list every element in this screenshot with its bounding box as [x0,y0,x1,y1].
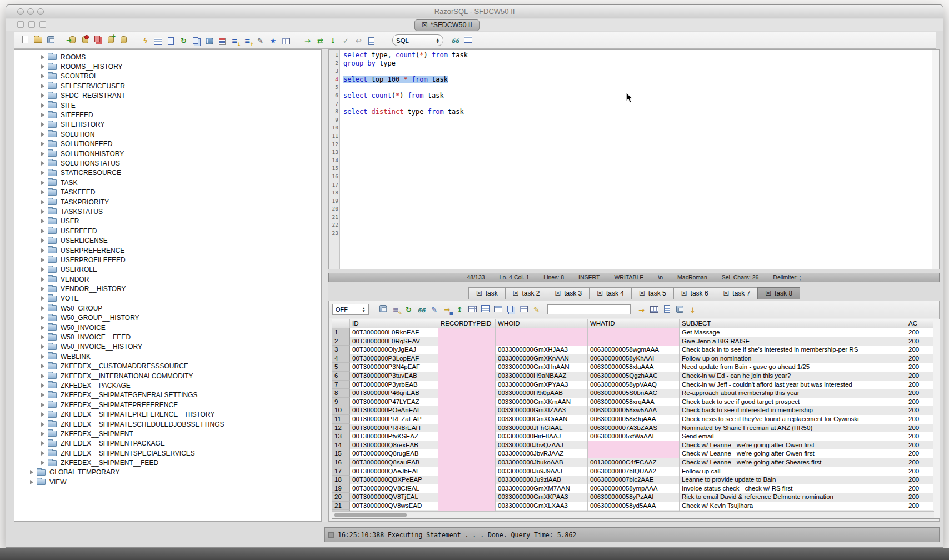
panel-icon[interactable] [493,304,503,314]
cell-whatid[interactable]: 00630000005S0bnAAC [588,389,680,398]
expand-triangle-icon[interactable] [41,238,44,243]
cell-ac[interactable]: 200 [906,424,934,433]
cell-id[interactable]: 00T3000000Q8rexEAB [350,441,438,450]
tree-item-sfdc-registrant[interactable]: SFDC_REGISTRANT [14,91,321,101]
expand-triangle-icon[interactable] [41,55,44,59]
tree-item-solutionstatus[interactable]: SOLUTIONSTATUS [14,158,321,168]
cell-subject[interactable]: Check w/ Leanne - we're going after Owen… [680,441,906,450]
cell-whoid[interactable]: 0033000000GmXKPAA3 [496,493,588,502]
tree-item-staticresource[interactable]: STATICRESOURCE [14,168,321,178]
cell-ac[interactable]: 200 [906,476,934,484]
tree-item-scontrol[interactable]: SCONTROL [14,72,321,81]
cell-subject[interactable]: Check back to see if interested in membe… [680,406,906,415]
tree-item-zkfedex-shipmatescheduledjobssettings[interactable]: ZKFEDEX__SHIPMATESCHEDULEDJOBSSETTINGS [14,419,321,429]
save-icon[interactable] [46,34,56,44]
cell-subject[interactable]: Check back in to see if she's interested… [680,346,906,354]
tree-item-w50-invoice[interactable]: W50_INVOICE [14,323,321,332]
tree-item-userpreference[interactable]: USERPREFERENCE [14,246,321,255]
expand-triangle-icon[interactable] [41,171,44,175]
cell-rtid[interactable] [438,363,496,372]
options-list-icon[interactable] [480,303,491,313]
cell-whoid[interactable]: 0033000000JbvQzAAJ [496,441,588,450]
cell-id[interactable]: 00T3000000QV8TjEAL [350,493,438,502]
tree-item-zkfedex-shipment-feed[interactable]: ZKFEDEX__SHIPMENT__FEED [14,458,321,467]
cell-num[interactable]: 12 [332,424,350,433]
cell-id[interactable]: 00T3000000PREZaEAP [350,415,438,424]
expand-triangle-icon[interactable] [41,422,44,427]
cell-subject[interactable]: Check w/ Leanne - we're going after Owen… [680,449,906,458]
expand-triangle-icon[interactable] [41,219,44,223]
expand-triangle-icon[interactable] [41,287,44,291]
cell-subject[interactable]: Re-approach about membership this year [680,389,906,398]
cell-num[interactable]: 1 [332,328,350,337]
tree-item-taskstatus[interactable]: TASKSTATUS [14,207,321,216]
cell-whatid[interactable]: 006300000058xrqAAA [588,398,680,407]
cell-subject[interactable]: Check w/ Kevin Tsujihara [680,502,906,511]
cell-rtid[interactable] [438,432,496,441]
grid-row-12[interactable]: 1200T3000000PRR8rEAH0033000000JFhGlAAL00… [332,424,934,433]
cell-id[interactable]: 00T3000000Q8sauEAB [350,458,438,467]
go-forward-icon[interactable]: → [302,36,313,46]
grid-row-17[interactable]: 1700T3000000QAeJbEAL0033000000Ju9J9AAJ00… [332,467,934,476]
tree-item-zkfedex-shipmentspecialservices[interactable]: ZKFEDEX__SHIPMENTSPECIALSERVICES [14,448,321,458]
cell-ac[interactable]: 200 [906,458,934,467]
grid-row-21[interactable]: 2100T3000000QV8wsEAD0033000000GmXLXAA300… [332,502,934,511]
db-icon[interactable] [118,35,129,45]
tree-item-site[interactable]: SITE [14,101,321,110]
tree-item-vote[interactable]: VOTE [14,294,321,303]
sort-lines-up-icon[interactable]: ≡↑ [242,36,253,46]
cell-id[interactable]: 00T3000000P3tuvEAB [350,372,438,381]
expand-triangle-icon[interactable] [41,103,44,108]
cell-num[interactable]: 8 [332,389,350,398]
expand-triangle-icon[interactable] [41,306,44,311]
tab-close-icon[interactable]: ☒ [476,289,482,297]
cell-id[interactable]: 00T3000000QV8CfEAL [350,484,438,493]
grid-vertical-scrollbar[interactable] [933,319,940,518]
cell-num[interactable]: 2 [332,337,350,346]
new-file-icon[interactable] [20,34,31,44]
cell-num[interactable]: 9 [332,398,350,407]
sort-lines-down-icon[interactable]: ≡↓ [229,36,240,46]
cell-rtid[interactable] [438,346,496,354]
grid-row-6[interactable]: 600T3000000P3tuvEAB0033000000H9aNBAAZ006… [332,372,934,381]
sidebar-splitter[interactable] [322,49,328,522]
tree-item-zkfedex-shipmatepreference[interactable]: ZKFEDEX__SHIPMATEPREFERENCE [14,400,321,409]
updown-arrows-icon[interactable]: ↕ [454,305,465,315]
tree-item-userlicense[interactable]: USERLICENSE [14,236,321,245]
tree-item-rooms[interactable]: ROOMS [14,52,321,62]
cell-whoid[interactable]: 0033000000GmXLXAA3 [496,502,588,511]
document-tab-close-icon[interactable]: ☒ [422,21,428,29]
quotes-icon[interactable]: 66 [416,306,427,316]
cell-subject[interactable]: Check-in w/ Ed - can he join this year? [680,372,906,381]
expand-triangle-icon[interactable] [41,84,44,88]
swap-arrows-icon[interactable]: ⇄ [315,36,326,46]
cell-ac[interactable]: 200 [906,493,934,502]
document-tab[interactable]: ☒*SFDCW50 II [414,19,480,31]
cell-rtid[interactable] [438,449,496,458]
go-arrow-icon[interactable]: → [636,306,647,316]
cell-whoid[interactable]: 0033000000H9aNBAAZ [496,372,588,381]
save-grid-icon[interactable] [675,304,685,314]
expand-triangle-icon[interactable] [41,403,44,407]
cell-whatid[interactable]: 006300000058ypVAAQ [588,381,680,389]
cell-whatid[interactable]: 006300000058yPzAAI [588,493,680,502]
expand-triangle-icon[interactable] [41,441,44,446]
tab-close-icon[interactable]: ☒ [765,289,771,297]
copy-results-icon[interactable] [506,304,516,314]
tree-item-solutionhistory[interactable]: SOLUTIONHISTORY [14,149,321,158]
pen-blue-icon[interactable]: ✎ [429,305,439,315]
cell-whatid[interactable] [588,441,680,450]
disconnect-db-icon[interactable] [80,35,91,45]
result-tab-task-7[interactable]: ☒task 7 [716,287,758,299]
cell-whatid[interactable]: 00630000007blc2AAE [588,476,680,484]
column-header-id[interactable]: ID [350,319,438,328]
tree-item-solution[interactable]: SOLUTION [14,129,321,139]
statement-type-select[interactable]: SQL ▲▼ [392,34,443,46]
expand-triangle-icon[interactable] [41,190,44,194]
results-search-input[interactable] [547,304,631,314]
cell-ac[interactable]: 200 [906,449,934,458]
expand-triangle-icon[interactable] [41,267,44,272]
cell-whatid[interactable]: 006300000058yd5AAA [588,502,680,511]
tab-close-icon[interactable]: ☒ [597,289,603,297]
expand-triangle-icon[interactable] [41,354,44,359]
